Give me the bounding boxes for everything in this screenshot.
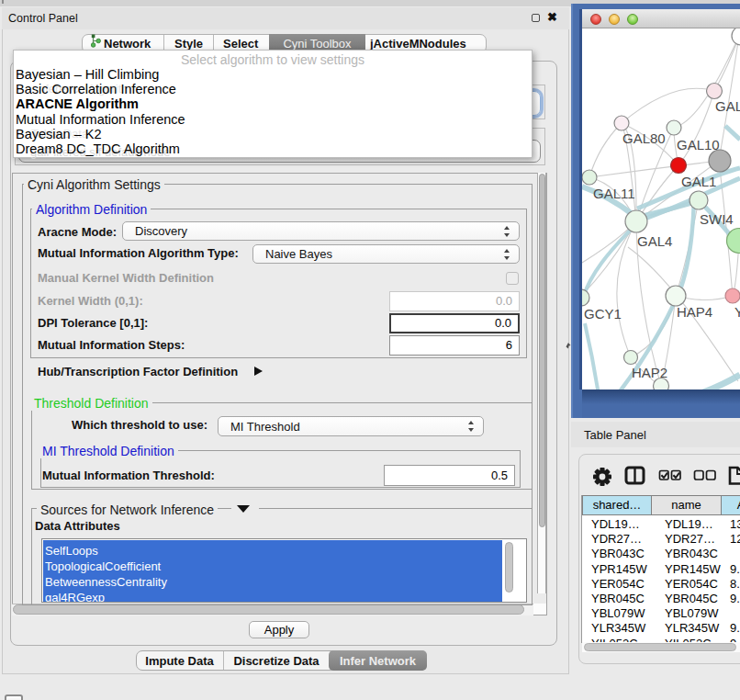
svg-text:GAL4: GAL4: [637, 233, 672, 249]
svg-text:GAL11: GAL11: [593, 186, 635, 201]
svg-text:GAL7: GAL7: [715, 98, 740, 114]
svg-text:GCY1: GCY1: [584, 306, 622, 322]
svg-text:HAP4: HAP4: [677, 304, 712, 320]
svg-text:GAL80: GAL80: [622, 130, 666, 146]
svg-text:GAL1: GAL1: [681, 174, 716, 189]
svg-text:GAL10: GAL10: [677, 137, 720, 152]
svg-text:Y: Y: [734, 304, 740, 320]
svg-text:HAP2: HAP2: [632, 365, 667, 380]
svg-text:SWI4: SWI4: [700, 211, 734, 227]
